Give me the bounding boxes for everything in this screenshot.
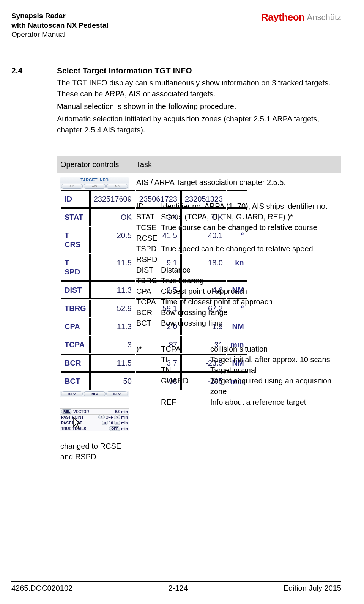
- star-mark: [136, 397, 161, 407]
- star-key: TI: [161, 354, 210, 365]
- definition-row: BCTBow crossing time: [136, 318, 338, 328]
- tab-ais-1[interactable]: AIS: [61, 184, 83, 189]
- definition-row: CPAClosest point of approach: [136, 286, 338, 296]
- definition-key: TCPA: [136, 296, 161, 307]
- target-info-panel: TARGET INFO AIS AIS AIS ID23251760923506…: [60, 177, 129, 397]
- star-value: collision situation: [210, 344, 338, 354]
- definition-row: TBRGTrue bearing: [136, 275, 338, 286]
- definition-key: RSPD: [136, 254, 161, 265]
- tgt-row-value: 20.5: [90, 227, 135, 253]
- definition-key: TBRG: [136, 275, 161, 286]
- definition-row: STATStatus (TCPA, TI, TN, GUARD, REF) )*: [136, 211, 338, 222]
- operator-controls-cell: TARGET INFO AIS AIS AIS ID23251760923506…: [57, 173, 133, 466]
- row-true-trails: TRUE TRAILS OFF min: [60, 426, 129, 431]
- footer-page-num: 2-124: [168, 584, 188, 593]
- past-plot-label: PAST PLOT: [61, 421, 101, 425]
- true-trails-button[interactable]: OFF: [109, 426, 120, 431]
- table-header-controls: Operator controls: [57, 156, 133, 173]
- tgt-row-label: BCT: [61, 372, 90, 390]
- definition-row: BCRBow crossing range: [136, 307, 338, 318]
- definition-key: RCSE: [136, 233, 161, 243]
- past-point-state: OFF: [106, 415, 113, 419]
- tgt-row-label: BCR: [61, 354, 90, 372]
- definition-value: Identifier no. ARPA (1..70), AIS ships i…: [161, 201, 338, 211]
- star-value: Target normal: [210, 365, 338, 375]
- definition-key: DIST: [136, 265, 161, 275]
- tgt-row-value: 11.3: [90, 318, 135, 335]
- tgt-row-label: TCPA: [61, 336, 90, 353]
- footer-edition: Edition July 2015: [284, 584, 341, 593]
- past-point-prev[interactable]: <: [98, 415, 105, 419]
- star-mark: [136, 365, 161, 375]
- tgt-row-value: 52.9: [90, 300, 135, 317]
- footer-rule: [11, 581, 341, 582]
- definition-value: True course can be changed to relative c…: [161, 222, 338, 233]
- section-title: Select Target Information TGT INFO: [57, 66, 341, 75]
- tgt-row-label: ID: [61, 190, 90, 208]
- vector-unit: min: [121, 410, 128, 414]
- section-body: Select Target Information TGT INFO The T…: [57, 66, 341, 137]
- definition-key: CPA: [136, 286, 161, 296]
- tgt-row-value: OK: [90, 208, 135, 226]
- header-rule: [11, 43, 341, 43]
- star-key: GUARD: [161, 375, 210, 397]
- info-button-3[interactable]: INFO: [106, 391, 128, 396]
- procedure-table: Operator controls Task TARGET INFO AIS A…: [57, 156, 341, 466]
- definition-key: TCSE: [136, 222, 161, 233]
- star-value: Target initial, after approx. 10 scans: [210, 354, 338, 365]
- section-row: 2.4 Select Target Information TGT INFO T…: [11, 66, 341, 137]
- tab-ais-3[interactable]: AIS: [106, 184, 128, 189]
- target-info-title: TARGET INFO: [60, 177, 129, 183]
- tgt-row-value: 50: [90, 372, 135, 390]
- definition-value: [161, 254, 338, 265]
- star-key: TN: [161, 365, 210, 375]
- star-value: Info about a reference target: [210, 397, 338, 407]
- tgt-row-label: TBRG: [61, 300, 90, 317]
- definition-key: BCT: [136, 318, 161, 328]
- definition-value: True bearing: [161, 275, 338, 286]
- tgt-row-value: 11.5: [90, 354, 135, 372]
- definition-row: DISTDistance: [136, 265, 338, 275]
- info-button-1[interactable]: INFO: [61, 391, 83, 396]
- star-mark: [136, 354, 161, 365]
- definition-value: True speed can be changed to relative sp…: [161, 243, 338, 254]
- tgt-row-value: 232517609: [90, 190, 135, 208]
- definition-row: RCSE: [136, 233, 338, 243]
- definition-key: ID: [136, 201, 161, 211]
- tab-ais-2[interactable]: AIS: [84, 184, 105, 189]
- definition-key: TSPD: [136, 243, 161, 254]
- tgt-row-value: 11.5: [90, 254, 135, 281]
- definition-value: Bow crossing time: [161, 318, 338, 328]
- target-info-tabs: AIS AIS AIS: [60, 183, 129, 189]
- definition-value: Distance: [161, 265, 338, 275]
- definition-key: STAT: [136, 211, 161, 222]
- doc-title-2: with Nautoscan NX Pedestal: [11, 21, 109, 30]
- doc-title-3: Operator Manual: [11, 30, 109, 39]
- raytheon-logo: Raytheon: [261, 11, 304, 23]
- panel-caption: changed to RCSE and RSPD: [60, 441, 130, 462]
- rel-button[interactable]: REL: [61, 409, 72, 414]
- paragraph-3: Automatic selection initiated by acquisi…: [57, 114, 341, 136]
- anschutz-logo: Anschütz: [307, 13, 342, 22]
- tgt-row-label: T SPD: [61, 254, 90, 281]
- past-plot-prev[interactable]: <: [102, 421, 108, 425]
- true-trails-unit: min: [121, 427, 128, 431]
- definition-value: Status (TCPA, TI, TN, GUARD, REF) )*: [161, 211, 338, 222]
- info-button-2[interactable]: INFO: [84, 391, 105, 396]
- true-trails-label: TRUE TRAILS: [61, 427, 108, 431]
- star-row: TNTarget normal: [136, 365, 338, 375]
- star-key: TCPA: [161, 344, 210, 354]
- past-point-next[interactable]: >: [114, 415, 120, 419]
- definition-row: IDIdentifier no. ARPA (1..70), AIS ships…: [136, 201, 338, 211]
- star-mark: )*: [136, 344, 161, 354]
- target-info-buttons: INFO INFO INFO: [60, 391, 129, 397]
- definitions-list: IDIdentifier no. ARPA (1..70), AIS ships…: [136, 201, 338, 328]
- star-row: REF Info about a reference target: [136, 397, 338, 407]
- page-footer: 4265.DOC020102 2-124 Edition July 2015: [11, 581, 341, 593]
- tgt-row-label: DIST: [61, 281, 90, 299]
- star-note: )*TCPAcollision situationTITarget initia…: [136, 344, 338, 407]
- table-header-task: Task: [133, 156, 341, 173]
- past-point-unit: min: [121, 415, 128, 419]
- definition-row: TCSETrue course can be changed to relati…: [136, 222, 338, 233]
- past-plot-next[interactable]: >: [114, 421, 120, 425]
